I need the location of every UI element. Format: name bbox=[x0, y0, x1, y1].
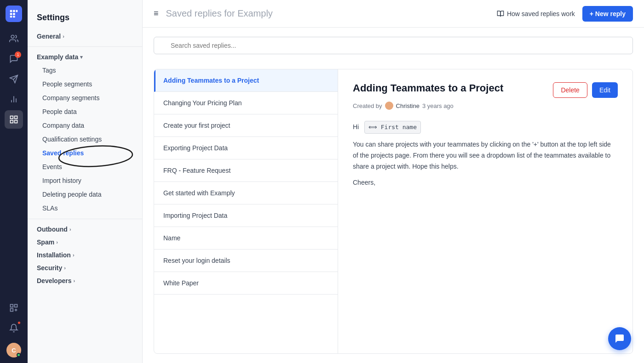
reply-body: Hi ⟺ First name You can share projects w… bbox=[353, 121, 618, 188]
reply-detail-panel: Adding Teammates to a Project Delete Edi… bbox=[338, 69, 632, 353]
divider-2 bbox=[28, 219, 142, 219]
conversations-nav-icon[interactable]: 1 bbox=[5, 50, 23, 68]
sidebar-item-deleting-people-data[interactable]: Deleting people data bbox=[28, 187, 142, 201]
svg-rect-4 bbox=[13, 13, 15, 15]
sidebar-section-installation[interactable]: Installation › bbox=[28, 249, 142, 261]
svg-rect-16 bbox=[15, 120, 17, 123]
reply-item-8[interactable]: Name bbox=[154, 227, 338, 250]
svg-rect-14 bbox=[15, 116, 17, 119]
reply-item-7[interactable]: Importing Project Data bbox=[154, 204, 338, 227]
svg-rect-6 bbox=[13, 16, 15, 18]
settings-nav-icon[interactable] bbox=[5, 110, 23, 129]
edit-button[interactable]: Edit bbox=[592, 82, 618, 98]
svg-point-7 bbox=[11, 35, 14, 39]
notification-dot bbox=[17, 321, 21, 324]
online-status-dot bbox=[17, 353, 21, 357]
contacts-nav-icon[interactable] bbox=[5, 29, 23, 48]
two-panel-layout: Adding Teammates to a Project Changing Y… bbox=[154, 69, 633, 354]
reply-item-6[interactable]: Get started with Examply bbox=[154, 182, 338, 204]
reports-nav-icon[interactable] bbox=[5, 90, 23, 108]
chevron-down-icon: ▾ bbox=[80, 54, 83, 60]
svg-rect-2 bbox=[16, 10, 18, 12]
svg-rect-19 bbox=[11, 309, 13, 312]
reply-item-5[interactable]: FRQ - Feature Request bbox=[154, 159, 338, 182]
svg-rect-13 bbox=[11, 116, 13, 119]
reply-item-10[interactable]: White Paper bbox=[154, 272, 338, 295]
hamburger-menu-icon[interactable]: ≡ bbox=[154, 9, 159, 18]
first-name-tag: ⟺ First name bbox=[364, 121, 421, 134]
content-area: Adding Teammates to a Project Changing Y… bbox=[143, 28, 644, 363]
sidebar-item-events[interactable]: Events bbox=[28, 160, 142, 174]
author-avatar bbox=[385, 102, 393, 110]
reply-detail-title: Adding Teammates to a Project bbox=[353, 82, 503, 94]
svg-rect-3 bbox=[10, 13, 12, 15]
sidebar-item-slas[interactable]: SLAs bbox=[28, 201, 142, 215]
add-apps-icon[interactable] bbox=[5, 299, 23, 317]
sidebar-item-tags[interactable]: Tags bbox=[28, 63, 142, 77]
svg-rect-5 bbox=[10, 16, 12, 18]
topbar: ≡ Saved replies for Examply How saved re… bbox=[143, 0, 644, 28]
sidebar-item-people-data[interactable]: People data bbox=[28, 105, 142, 119]
chevron-right-icon: › bbox=[63, 34, 64, 39]
search-wrapper bbox=[154, 37, 633, 62]
reply-detail-header: Adding Teammates to a Project Delete Edi… bbox=[353, 82, 618, 98]
svg-rect-18 bbox=[15, 305, 17, 307]
reply-paragraph: You can share projects with your teammat… bbox=[353, 139, 618, 172]
help-book-icon bbox=[497, 10, 504, 17]
sidebar-section-developers[interactable]: Developers › bbox=[28, 274, 142, 287]
chevron-right-spam-icon: › bbox=[56, 239, 58, 245]
main-content: ≡ Saved replies for Examply How saved re… bbox=[143, 0, 644, 363]
chevron-right-installation-icon: › bbox=[73, 252, 75, 258]
reply-meta: Created by Christine 3 years ago bbox=[353, 102, 618, 110]
outbound-nav-icon[interactable] bbox=[5, 70, 23, 88]
reply-closing: Cheers, bbox=[353, 177, 618, 188]
chevron-right-security-icon: › bbox=[64, 265, 66, 271]
sidebar-item-qualification-settings[interactable]: Qualification settings bbox=[28, 132, 142, 146]
icon-bar: 1 bbox=[0, 0, 28, 363]
divider-1 bbox=[28, 46, 142, 47]
reply-item-4[interactable]: Exporting Project Data bbox=[154, 137, 338, 159]
help-link[interactable]: How saved replies work bbox=[497, 10, 575, 17]
notifications-nav-icon[interactable] bbox=[5, 319, 23, 337]
reply-detail-actions: Delete Edit bbox=[553, 82, 618, 98]
reply-item-9[interactable]: Reset your login details bbox=[154, 250, 338, 272]
svg-rect-0 bbox=[10, 10, 12, 12]
sidebar-item-company-data[interactable]: Company data bbox=[28, 119, 142, 132]
delete-button[interactable]: Delete bbox=[553, 82, 587, 98]
app-logo[interactable] bbox=[6, 6, 22, 22]
sidebar: Settings General › Examply data ▾ Tags P… bbox=[28, 0, 143, 363]
sidebar-section-security[interactable]: Security › bbox=[28, 261, 142, 274]
reply-greeting: Hi ⟺ First name bbox=[353, 121, 618, 134]
sidebar-section-examply-data[interactable]: Examply data ▾ bbox=[28, 51, 142, 63]
chevron-right-outbound-icon: › bbox=[69, 227, 71, 232]
sidebar-item-company-segments[interactable]: Company segments bbox=[28, 91, 142, 105]
badge-count: 1 bbox=[15, 51, 21, 58]
chat-bubble-button[interactable] bbox=[608, 327, 631, 350]
sidebar-section-outbound[interactable]: Outbound › bbox=[28, 223, 142, 236]
reply-item-2[interactable]: Changing Your Pricing Plan bbox=[154, 92, 338, 114]
chevron-right-developers-icon: › bbox=[73, 278, 75, 284]
sidebar-section-general[interactable]: General › bbox=[28, 30, 142, 43]
sidebar-item-saved-replies[interactable]: Saved replies bbox=[28, 146, 142, 160]
replies-list: Adding Teammates to a Project Changing Y… bbox=[154, 69, 338, 353]
search-input[interactable] bbox=[154, 37, 633, 54]
svg-rect-15 bbox=[11, 120, 13, 123]
reply-item-1[interactable]: Adding Teammates to a Project bbox=[154, 69, 338, 92]
reply-item-3[interactable]: Create your first project bbox=[154, 114, 338, 137]
new-reply-button[interactable]: + New reply bbox=[582, 6, 633, 22]
user-avatar[interactable]: C bbox=[6, 343, 21, 357]
sidebar-title: Settings bbox=[28, 7, 142, 30]
page-title: Saved replies for Examply bbox=[166, 8, 489, 19]
svg-rect-1 bbox=[13, 10, 15, 12]
sidebar-item-import-history[interactable]: Import history bbox=[28, 174, 142, 187]
sidebar-section-spam[interactable]: Spam › bbox=[28, 236, 142, 249]
sidebar-item-people-segments[interactable]: People segments bbox=[28, 77, 142, 91]
svg-rect-17 bbox=[11, 305, 13, 307]
